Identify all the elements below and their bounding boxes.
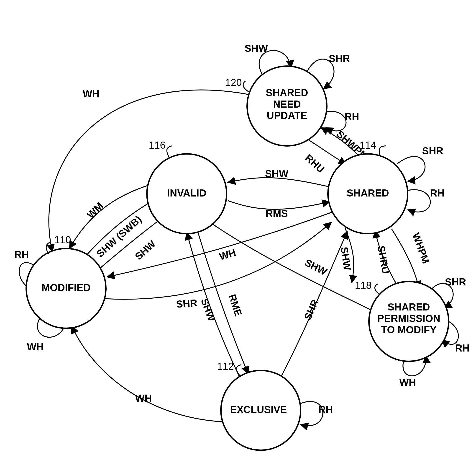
state-invalid-label: INVALID	[167, 187, 207, 199]
state-shared-need-update: SHARED NEED UPDATE	[247, 66, 327, 146]
ref-lead-112	[237, 365, 241, 376]
state-shared: SHARED	[328, 154, 408, 234]
label-shw4: SHW	[199, 297, 217, 323]
label-shw-short: SHW	[133, 238, 158, 262]
label-rhu: RHU	[303, 152, 327, 175]
label-wh-arc: WH	[83, 88, 99, 99]
label-rh: RH	[14, 249, 29, 260]
label-shr3: SHR	[329, 53, 350, 64]
label-rh4: RH	[455, 342, 470, 353]
ref-118: 118	[355, 280, 371, 291]
label-whpm: WHPM	[410, 231, 432, 265]
state-diagram: RH WH RH RH SHR RH WH SHR RH SHR SHW WH …	[0, 0, 476, 468]
ref-120: 120	[225, 77, 242, 88]
edge-exclusive-to-modified	[72, 326, 222, 422]
state-shared-label: SHARED	[347, 187, 389, 199]
loop-shared-rh	[408, 190, 430, 212]
state-spm-label-3: TO MODIFY	[381, 324, 437, 335]
label-shru: SHRU	[376, 245, 392, 275]
ref-112: 112	[217, 361, 234, 372]
label-shr4: SHR	[176, 297, 198, 309]
label-shw3: SHW	[265, 168, 289, 179]
label-shr5: SHR	[302, 298, 321, 322]
ref-lead-120	[243, 81, 249, 92]
label-rh2: RH	[318, 404, 333, 415]
ref-lead-118	[375, 284, 380, 294]
state-snu-label-3: UPDATE	[267, 110, 307, 121]
label-wh2: WH	[399, 377, 416, 388]
ref-114: 114	[359, 140, 376, 151]
label-rh5: RH	[345, 111, 359, 122]
label-wm: WM	[85, 200, 105, 220]
label-shw-spm: SHW	[339, 246, 353, 271]
state-shared-permission-to-modify: SHARED PERMISSION TO MODIFY	[369, 281, 449, 361]
state-modified: MODIFIED	[26, 249, 106, 328]
state-modified-label: MODIFIED	[42, 282, 90, 293]
label-wh: WH	[27, 341, 43, 352]
label-rh3: RH	[430, 187, 445, 199]
state-invalid: INVALID	[147, 154, 227, 234]
label-shw2: SHW	[303, 257, 329, 278]
label-rms: RMS	[266, 208, 288, 219]
label-wh3: WH	[218, 247, 237, 262]
edge-modified-to-shared	[104, 222, 331, 299]
ref-lead-114	[379, 146, 386, 156]
label-shr2: SHR	[445, 276, 466, 287]
loop-snu-rh	[324, 111, 346, 131]
label-shw: SHW	[245, 43, 268, 54]
label-rme: RME	[227, 293, 244, 318]
state-snu-label-2: NEED	[273, 99, 301, 110]
state-snu-label-1: SHARED	[266, 87, 308, 98]
state-exclusive-label: EXCLUSIVE	[230, 404, 287, 415]
state-spm-label-2: PERMISSION	[377, 313, 440, 324]
label-wh4: WH	[135, 393, 152, 404]
label-shr: SHR	[422, 145, 443, 156]
ref-116: 116	[149, 140, 165, 151]
ref-110: 110	[54, 234, 71, 245]
state-spm-label-1: SHARED	[388, 301, 430, 312]
state-exclusive: EXCLUSIVE	[221, 370, 301, 450]
